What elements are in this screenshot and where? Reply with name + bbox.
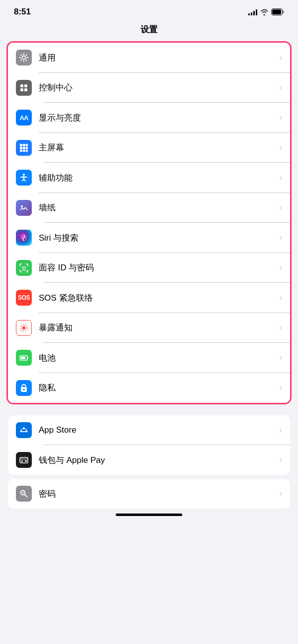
password-label: 密码 [39, 488, 277, 500]
svg-rect-15 [23, 150, 25, 152]
home-indicator [116, 514, 182, 516]
svg-rect-6 [20, 88, 23, 91]
svg-rect-2 [272, 9, 281, 14]
svg-rect-24 [27, 357, 28, 359]
svg-rect-10 [26, 144, 28, 146]
control-center-label: 控制中心 [39, 82, 277, 93]
status-bar: 8:51 [0, 0, 298, 20]
siri-icon [16, 230, 32, 246]
general-label: 通用 [39, 52, 277, 64]
password-chevron: › [280, 489, 282, 498]
control-center-icon [16, 80, 32, 96]
appstore-label: App Store [39, 425, 277, 435]
privacy-chevron: › [280, 384, 282, 392]
svg-rect-29 [25, 460, 27, 462]
wifi-icon [260, 8, 268, 15]
svg-point-17 [23, 174, 25, 176]
settings-row-exposure[interactable]: 暴露通知 › [8, 313, 290, 343]
appstore-chevron: › [280, 426, 282, 435]
svg-rect-1 [283, 10, 284, 13]
settings-row-siri[interactable]: Siri 与搜索 › [8, 223, 290, 253]
settings-row-control-center[interactable]: 控制中心 › [8, 73, 290, 103]
svg-rect-11 [20, 147, 22, 149]
faceid-label: 面容 ID 与密码 [39, 262, 277, 273]
svg-rect-25 [21, 357, 25, 359]
general-chevron: › [280, 53, 282, 62]
svg-rect-13 [26, 147, 28, 149]
exposure-chevron: › [280, 323, 282, 332]
status-time: 8:51 [14, 7, 31, 17]
accessibility-chevron: › [280, 173, 282, 182]
settings-row-wallpaper[interactable]: 墙纸 › [8, 193, 290, 223]
accessibility-label: 辅助功能 [39, 172, 277, 184]
wallet-label: 钱包与 Apple Pay [39, 454, 277, 466]
exposure-icon [16, 320, 32, 336]
settings-group-3: 密码 › [8, 479, 290, 509]
settings-row-display[interactable]: AA 显示与亮度 › [8, 103, 290, 132]
wallpaper-chevron: › [280, 203, 282, 212]
battery-label: 电池 [39, 352, 277, 364]
general-icon [16, 50, 32, 65]
faceid-chevron: › [280, 263, 282, 272]
home-screen-label: 主屏幕 [39, 142, 277, 153]
home-screen-chevron: › [280, 143, 282, 152]
appstore-icon [16, 422, 32, 438]
settings-row-battery[interactable]: 电池 › [8, 343, 290, 373]
svg-point-3 [22, 56, 26, 60]
status-icons [248, 8, 284, 15]
faceid-icon [16, 260, 32, 276]
signal-icon [248, 8, 257, 15]
svg-rect-7 [24, 88, 27, 91]
display-chevron: › [280, 113, 282, 122]
settings-group-2: App Store › 钱包与 Apple Pay › [8, 415, 290, 475]
exposure-label: 暴露通知 [39, 322, 277, 333]
svg-rect-16 [26, 150, 28, 152]
siri-chevron: › [280, 233, 282, 242]
settings-row-sos[interactable]: SOS SOS 紧急联络 › [8, 283, 290, 313]
settings-row-accessibility[interactable]: 辅助功能 › [8, 163, 290, 193]
svg-rect-28 [20, 457, 28, 463]
battery-icon [271, 8, 284, 15]
home-screen-icon [16, 140, 32, 156]
wallet-icon [16, 452, 32, 468]
svg-rect-9 [23, 144, 25, 146]
accessibility-icon [16, 170, 32, 186]
svg-rect-8 [20, 144, 22, 146]
svg-rect-4 [20, 84, 23, 87]
svg-rect-12 [23, 147, 25, 149]
settings-row-appstore[interactable]: App Store › [8, 415, 290, 445]
settings-row-home-screen[interactable]: 主屏幕 › [8, 133, 290, 163]
wallpaper-label: 墙纸 [39, 202, 277, 213]
siri-label: Siri 与搜索 [39, 232, 277, 244]
svg-point-20 [22, 326, 25, 329]
svg-point-18 [21, 205, 23, 207]
battery-chevron: › [280, 353, 282, 362]
display-label: 显示与亮度 [39, 112, 277, 124]
settings-row-general[interactable]: 通用 › [8, 43, 290, 72]
svg-rect-5 [24, 84, 27, 87]
settings-row-faceid[interactable]: 面容 ID 与密码 › [8, 253, 290, 283]
display-icon: AA [16, 110, 32, 126]
wallpaper-icon [16, 200, 32, 216]
settings-row-password[interactable]: 密码 › [8, 479, 290, 509]
page-title: 设置 [0, 20, 298, 41]
battery-row-icon [16, 350, 32, 366]
sos-icon: SOS [16, 290, 32, 306]
wallet-chevron: › [280, 455, 282, 464]
settings-row-privacy[interactable]: 隐私 › [8, 373, 290, 403]
svg-rect-14 [20, 150, 22, 152]
settings-row-wallet[interactable]: 钱包与 Apple Pay › [8, 445, 290, 475]
password-icon [16, 486, 32, 502]
control-center-chevron: › [280, 83, 282, 92]
svg-point-27 [23, 388, 25, 390]
settings-group-1: 通用 › 控制中心 › AA 显示与亮度 › [6, 41, 292, 404]
sos-chevron: › [280, 293, 282, 302]
privacy-label: 隐私 [39, 382, 277, 393]
privacy-icon [16, 380, 32, 396]
sos-label: SOS 紧急联络 [39, 292, 277, 304]
svg-point-31 [22, 492, 24, 494]
